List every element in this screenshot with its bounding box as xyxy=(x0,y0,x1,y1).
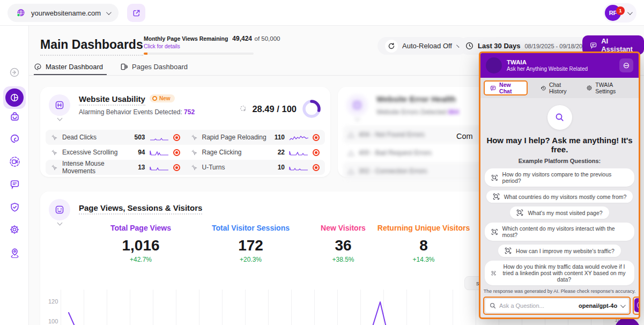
chat-title: TWAIA xyxy=(507,59,588,65)
sparkline xyxy=(289,164,308,171)
metric-dead-clicks[interactable]: Dead Clicks 503 xyxy=(46,130,186,145)
tab-settings-label: TWAIA Settings xyxy=(595,82,629,94)
warning-triangle-icon xyxy=(347,168,354,175)
question-text: What countries do my visitors mostly com… xyxy=(504,194,627,200)
send-highlight-box: ↑ xyxy=(633,297,640,315)
external-link-icon xyxy=(132,9,140,17)
sidebar-item-privacy[interactable] xyxy=(9,201,20,213)
usability-title: Website Usability xyxy=(79,94,145,106)
auto-reload-dropdown[interactable]: Auto-Reload Off xyxy=(377,37,468,55)
stat-total-visitor-sessions: Total Visitor Sessions 172 +20.3% xyxy=(201,224,300,263)
quota-details-link[interactable]: Click for details xyxy=(144,43,257,49)
sidebar-item-recordings[interactable] xyxy=(9,156,20,167)
question-chip[interactable]: How do my visitors compare to the previo… xyxy=(485,168,634,187)
send-button[interactable]: ↑ xyxy=(634,298,640,312)
metric-u-turns[interactable]: U-Turns 10 xyxy=(186,160,325,175)
sidebar-item-feedback[interactable] xyxy=(9,178,20,190)
question-chip[interactable]: How can I improve my website's traffic? xyxy=(498,245,621,257)
metric-label: Intense Mouse Movements xyxy=(62,160,134,175)
stat-value: 36 xyxy=(303,237,383,254)
question-input[interactable] xyxy=(499,302,575,309)
question-chip[interactable]: How do you think my traffic data would e… xyxy=(485,261,634,285)
tab-new-chat-label: New Chat xyxy=(499,82,521,94)
stat-delta: +20.3% xyxy=(201,256,300,263)
metric-value: 94 xyxy=(138,149,145,156)
error-health-title: Website Error Health xyxy=(376,94,456,106)
stat-label: Total Visitor Sessions xyxy=(201,224,300,232)
cursor-click-icon xyxy=(191,149,198,156)
tab-new-chat[interactable]: New Chat xyxy=(484,80,528,95)
sidebar-item-dashboards[interactable] xyxy=(3,86,26,109)
sidebar-item-settings[interactable] xyxy=(9,224,20,235)
model-selector[interactable]: openai/gpt-4o xyxy=(579,302,624,309)
question-chip[interactable]: What's my most visited page? xyxy=(510,206,609,219)
avatar: RF 1 xyxy=(605,5,621,21)
tab-chat-history[interactable]: Chat History xyxy=(536,82,580,94)
chat-panel-header: TWAIA Ask her Anything Website Related ⊖ xyxy=(480,53,639,78)
stat-value: 1,016 xyxy=(94,237,188,254)
metric-value: 10 xyxy=(278,164,285,171)
sidebar-item-ecommerce[interactable] xyxy=(9,110,20,122)
sidebar-collapse-button[interactable] xyxy=(9,67,20,78)
metric-rapid-page-reloading[interactable]: Rapid Page Reloading 110 xyxy=(186,130,325,145)
ai-assistant-label: AI Assistant xyxy=(601,37,636,53)
website-selector[interactable]: yourwebsitename.com xyxy=(8,4,119,22)
record-button[interactable] xyxy=(313,149,320,156)
metric-excessive-scrolling[interactable]: Excessive Scrolling 94 xyxy=(46,145,186,160)
sparkline xyxy=(289,134,308,141)
open-website-button[interactable] xyxy=(127,4,145,22)
tab-pages-dashboard[interactable]: Pages Dashboard xyxy=(120,63,188,71)
usability-score: 28.49 / 100 xyxy=(252,104,297,114)
metric-label: Dead Clicks xyxy=(62,134,130,141)
cursor-click-icon xyxy=(51,164,58,171)
usability-icon-toggle[interactable] xyxy=(49,94,70,120)
scan-search-icon xyxy=(491,174,498,181)
record-button[interactable] xyxy=(313,134,320,141)
metric-rage-clicking[interactable]: Rage Clicking 22 xyxy=(186,145,325,160)
minimize-button[interactable]: ⊖ xyxy=(619,58,633,72)
record-button[interactable] xyxy=(173,134,180,141)
chevron-down-icon xyxy=(620,302,626,308)
usability-score-group: 28.49 / 100 xyxy=(240,99,322,119)
history-icon xyxy=(541,85,546,92)
usability-metrics: Dead Clicks 503 Rapid Page Reloading 110… xyxy=(46,130,325,175)
record-button[interactable] xyxy=(173,164,180,171)
tab-master-dashboard[interactable]: Master Dashboard xyxy=(34,63,103,71)
question-text: How can I improve my website's traffic? xyxy=(516,248,615,254)
chat-heading: How may I help? Ask me anything! It's fr… xyxy=(480,136,639,154)
sparkline xyxy=(289,149,308,156)
new-badge: New xyxy=(150,94,175,102)
twaia-avatar xyxy=(486,57,502,73)
pageviews-icon-toggle[interactable] xyxy=(49,199,70,225)
chat-body: How may I help? Ask me anything! It's fr… xyxy=(480,98,639,317)
metric-label: Rage Clicking xyxy=(202,149,273,156)
auto-reload-label: Auto-Reload Off xyxy=(402,42,452,50)
new-chat-icon xyxy=(490,85,496,92)
cursor-click-icon xyxy=(191,134,198,141)
sidebar xyxy=(0,26,29,325)
sidebar-item-behavior[interactable] xyxy=(9,132,20,144)
sidebar-item-locations[interactable] xyxy=(9,247,20,258)
quota-remaining: 49,424 xyxy=(232,35,252,42)
error-icon-toggle[interactable] xyxy=(346,94,368,120)
metric-value: 22 xyxy=(278,149,285,156)
tab-twaia-settings[interactable]: TWAIA Settings xyxy=(582,82,633,94)
stat-value: 172 xyxy=(201,237,300,254)
refresh-icon xyxy=(388,42,395,50)
session-camera-icon xyxy=(9,156,20,167)
model-label: openai/gpt-4o xyxy=(579,302,617,309)
metric-intense-mouse-movements[interactable]: Intense Mouse Movements 13 xyxy=(46,160,186,175)
record-button[interactable] xyxy=(313,164,320,171)
record-button[interactable] xyxy=(173,149,180,156)
question-chip[interactable]: Which content do my visitors interact wi… xyxy=(485,223,634,241)
user-menu[interactable]: RF 1 xyxy=(603,3,636,23)
app-screen: yourwebsitename.com RF 1 xyxy=(0,0,644,325)
shopping-bag-icon xyxy=(10,112,20,122)
quota-total: of 50,000 xyxy=(255,35,280,42)
tab-history-label: Chat History xyxy=(549,82,575,94)
metric-value: 503 xyxy=(134,134,145,141)
topbar: yourwebsitename.com RF 1 xyxy=(0,0,644,26)
question-chip[interactable]: What countries do my visitors mostly com… xyxy=(486,190,633,203)
question-text: Which content do my visitors interact wi… xyxy=(502,225,628,238)
pageviews-title: Page Views, Sessions & Visitors xyxy=(79,203,202,215)
